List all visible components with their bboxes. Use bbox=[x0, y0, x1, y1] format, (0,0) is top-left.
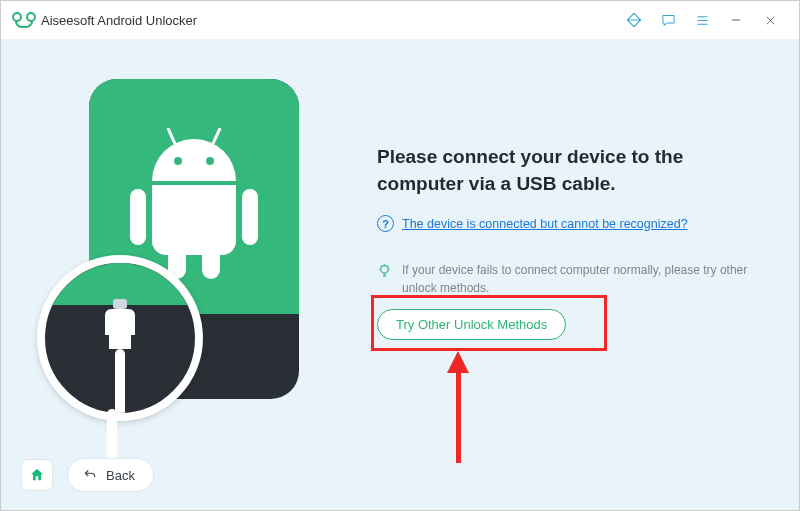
tip-text: If your device fails to connect computer… bbox=[402, 262, 757, 297]
back-arrow-icon bbox=[82, 468, 98, 482]
titlebar: Aiseesoft Android Unlocker bbox=[1, 1, 799, 40]
feedback-icon[interactable] bbox=[653, 5, 683, 35]
tip-bulb-icon bbox=[377, 263, 392, 278]
help-icon: ? bbox=[377, 215, 394, 232]
svg-point-0 bbox=[381, 266, 389, 274]
back-button[interactable]: Back bbox=[67, 458, 154, 492]
android-robot-icon bbox=[139, 139, 249, 255]
help-link[interactable]: The device is connected but cannot be re… bbox=[402, 217, 688, 231]
annotation-arrow-icon bbox=[448, 351, 468, 461]
footer-bar: Back bbox=[21, 458, 154, 492]
app-window: Aiseesoft Android Unlocker bbox=[0, 0, 800, 511]
usb-magnifier-illustration bbox=[37, 255, 203, 421]
minimize-button[interactable] bbox=[721, 5, 751, 35]
app-title: Aiseesoft Android Unlocker bbox=[41, 13, 197, 28]
content-area: Please connect your device to the comput… bbox=[1, 39, 799, 510]
app-logo-icon bbox=[15, 11, 33, 29]
headline-text: Please connect your device to the comput… bbox=[377, 144, 757, 197]
try-other-unlock-button[interactable]: Try Other Unlock Methods bbox=[377, 309, 566, 340]
usb-plug-icon bbox=[105, 309, 135, 421]
home-icon bbox=[29, 467, 45, 483]
home-button[interactable] bbox=[21, 459, 53, 491]
close-button[interactable] bbox=[755, 5, 785, 35]
back-label: Back bbox=[106, 468, 135, 483]
menu-icon[interactable] bbox=[687, 5, 717, 35]
instruction-panel: Please connect your device to the comput… bbox=[377, 144, 757, 340]
premium-icon[interactable] bbox=[619, 5, 649, 35]
